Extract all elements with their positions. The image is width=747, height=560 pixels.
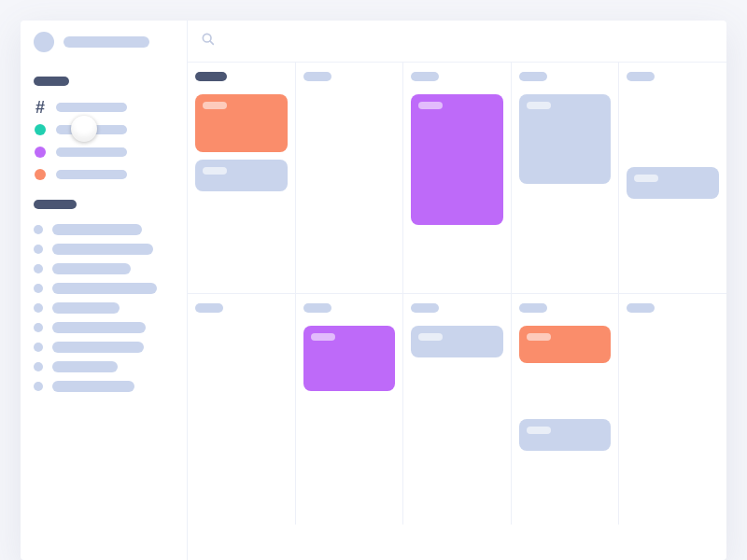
list-item-label (52, 381, 134, 392)
column-header (519, 303, 547, 313)
list-item-label (52, 302, 120, 314)
search-input[interactable] (223, 35, 713, 49)
board-column[interactable] (403, 294, 512, 525)
list-item-label (52, 361, 118, 372)
dot-icon (34, 146, 47, 159)
card-title (527, 333, 551, 341)
board-column[interactable] (512, 63, 620, 293)
list-item[interactable] (34, 283, 174, 294)
event-card[interactable] (195, 94, 288, 152)
column-header (195, 303, 223, 313)
board-row (188, 293, 726, 525)
bullet-icon (34, 382, 43, 391)
list-item[interactable] (34, 322, 174, 333)
bullet-icon (34, 362, 43, 371)
bullet-icon (34, 323, 43, 332)
event-card[interactable] (519, 326, 612, 363)
column-header (411, 303, 439, 313)
board-column[interactable] (188, 63, 296, 293)
column-header (519, 72, 547, 81)
board-column[interactable] (619, 294, 726, 525)
board-column[interactable] (619, 63, 726, 293)
board-row (188, 62, 726, 293)
workspace-header[interactable] (34, 32, 174, 52)
channel-label (56, 125, 127, 134)
list-item[interactable] (34, 342, 174, 353)
column-header (627, 72, 655, 81)
card-title (418, 333, 443, 341)
search-icon (201, 32, 216, 50)
list-item-label (52, 244, 153, 255)
bullet-icon (34, 303, 43, 313)
event-card[interactable] (519, 419, 612, 451)
card-title (311, 333, 335, 341)
column-header (627, 303, 655, 313)
hash-icon: # (34, 101, 47, 114)
workspace-name (63, 36, 149, 48)
channel-item[interactable]: # (34, 101, 174, 114)
board-column[interactable] (296, 63, 404, 293)
column-header (303, 72, 331, 81)
column-header (411, 72, 439, 81)
list-item-label (52, 224, 142, 235)
event-card[interactable] (411, 326, 503, 357)
card-title (634, 175, 658, 182)
channel-item[interactable] (34, 168, 174, 181)
calendar-board (188, 62, 726, 560)
list-section-label (34, 200, 77, 209)
column-header (195, 72, 227, 81)
bullet-icon (34, 225, 43, 234)
channel-label (56, 147, 127, 157)
list-item[interactable] (34, 244, 174, 255)
card-title (203, 102, 227, 109)
list-item[interactable] (34, 361, 174, 372)
dot-icon (34, 168, 47, 181)
list-item-label (52, 322, 146, 333)
list-item-label (52, 342, 144, 353)
bullet-icon (34, 264, 43, 273)
bullet-icon (34, 284, 43, 293)
board-column[interactable] (403, 63, 512, 293)
event-card[interactable] (195, 160, 288, 191)
main-area (187, 21, 726, 560)
event-card[interactable] (519, 94, 612, 184)
dot-icon (34, 123, 47, 136)
event-card[interactable] (627, 167, 719, 199)
card-title (203, 167, 227, 175)
card-title (527, 427, 551, 434)
list-section (34, 200, 174, 392)
workspace-avatar (34, 32, 54, 52)
sidebar: # (21, 21, 187, 560)
bullet-icon (34, 245, 43, 254)
list-item[interactable] (34, 381, 174, 392)
list-item[interactable] (34, 224, 174, 235)
bullet-icon (34, 343, 43, 352)
board-column[interactable] (512, 294, 620, 525)
channel-label (56, 170, 127, 179)
channel-item[interactable] (34, 123, 174, 136)
card-title (418, 102, 443, 109)
event-card[interactable] (303, 326, 396, 391)
column-header (303, 303, 331, 313)
list-item[interactable] (34, 263, 174, 274)
event-card[interactable] (411, 94, 503, 225)
channels-section: # (34, 77, 174, 181)
list-item-label (52, 283, 157, 294)
board-column[interactable] (188, 294, 296, 525)
card-title (527, 102, 551, 109)
board-column[interactable] (296, 294, 404, 525)
channels-section-label (34, 77, 69, 86)
channel-item[interactable] (34, 146, 174, 159)
list-item[interactable] (34, 302, 174, 314)
channel-label (56, 103, 127, 112)
app-window: # (21, 21, 726, 560)
svg-line-1 (210, 41, 213, 44)
list-item-label (52, 263, 131, 274)
search-bar[interactable] (188, 21, 726, 62)
